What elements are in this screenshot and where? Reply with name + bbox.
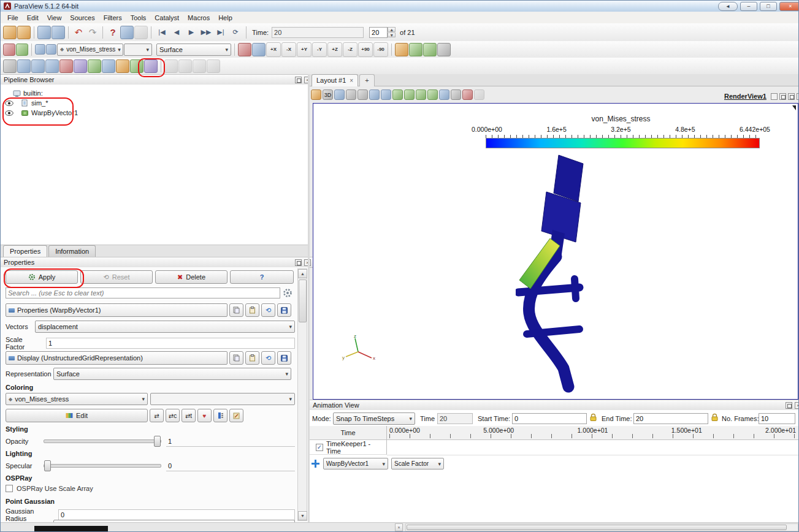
open-file-icon[interactable]: [3, 26, 17, 39]
select-blocks-icon[interactable]: [439, 89, 449, 100]
set-view-direction-button[interactable]: +X: [266, 42, 281, 57]
timekeeper-row[interactable]: ✓ TimeKeeper1 - Time: [310, 440, 387, 455]
component-combo[interactable]: ▾: [124, 44, 152, 56]
float-dock-icon[interactable]: [295, 259, 302, 266]
restore-display-defaults-icon[interactable]: ⟲: [261, 351, 275, 365]
close-tab-icon[interactable]: ×: [350, 77, 353, 84]
pick-center-icon[interactable]: [423, 43, 437, 56]
scroll-thumb[interactable]: [299, 279, 307, 322]
reset-center-icon[interactable]: [437, 43, 451, 56]
connect-server-icon[interactable]: [37, 26, 51, 39]
paste-properties-icon[interactable]: [245, 303, 259, 317]
lock-start-icon[interactable]: [589, 413, 597, 422]
zoom-to-data-icon[interactable]: [252, 43, 266, 56]
tab-properties[interactable]: Properties: [3, 245, 47, 257]
edit-color-map-button[interactable]: Edit: [6, 409, 148, 422]
edit-legend-properties-button[interactable]: [229, 409, 243, 422]
color-legend-toggle-icon[interactable]: [16, 44, 28, 56]
gear-icon[interactable]: [283, 288, 292, 298]
scroll-up-icon[interactable]: ▲: [298, 269, 307, 278]
select-cells-on-icon[interactable]: [346, 89, 356, 100]
show-orientation-axes-icon[interactable]: [395, 43, 408, 56]
plot-over-line-icon[interactable]: [178, 59, 192, 73]
properties-section-header[interactable]: Properties (WarpByVector1): [6, 303, 227, 317]
split-vertical-icon[interactable]: [788, 93, 795, 100]
visibility-eye-icon[interactable]: [4, 101, 13, 106]
filter-extract-group-icon[interactable]: [144, 59, 158, 73]
track-property-combo[interactable]: Scale Factor ▾: [391, 458, 444, 469]
visibility-eye-icon[interactable]: [4, 110, 13, 116]
hover-points-icon[interactable]: [427, 89, 438, 100]
filter-contour-icon[interactable]: [17, 59, 31, 73]
split-horizontal-icon[interactable]: [779, 93, 786, 100]
filter-extract-subset-icon[interactable]: [74, 59, 87, 73]
maximize-button[interactable]: □: [760, 2, 777, 11]
save-display-defaults-icon[interactable]: [277, 351, 291, 365]
rescale-custom-range-icon[interactable]: [46, 44, 56, 55]
frame-down-icon[interactable]: ▼: [388, 32, 396, 37]
minimize-button[interactable]: –: [740, 2, 757, 11]
hscroll-thumb[interactable]: [407, 525, 787, 530]
menu-item[interactable]: Filters: [99, 13, 126, 23]
close-view-icon[interactable]: ×: [797, 93, 799, 100]
opacity-input[interactable]: [166, 436, 295, 447]
tab-information[interactable]: Information: [48, 245, 96, 257]
filter-warp-by-vector-icon[interactable]: [116, 59, 129, 73]
anim-mode-combo[interactable]: Snap To TimeSteps ▾: [333, 412, 415, 425]
filter-clip-icon[interactable]: [31, 59, 45, 73]
warped-geometry[interactable]: [516, 153, 608, 398]
color-legend-bar[interactable]: [486, 138, 760, 148]
interactive-select-points-icon[interactable]: [404, 89, 415, 100]
filter-calculator-icon[interactable]: [3, 59, 17, 73]
spreadsheet-view-icon[interactable]: [164, 59, 178, 73]
timekeeper-checkbox[interactable]: ✓: [316, 444, 323, 451]
close-button[interactable]: ×: [779, 2, 799, 11]
interaction-mode-icon[interactable]: [311, 89, 321, 100]
set-view-direction-button[interactable]: -Y: [312, 42, 327, 57]
specular-slider[interactable]: [44, 464, 161, 468]
horizontal-scrollbar[interactable]: [405, 523, 798, 531]
representation-combo[interactable]: Surface ▾: [156, 44, 231, 56]
zoom-to-box-icon[interactable]: [451, 89, 461, 100]
redo-icon[interactable]: ↷: [86, 26, 99, 39]
specular-input[interactable]: [166, 460, 295, 471]
clear-selection-icon[interactable]: [462, 89, 473, 100]
specular-slider-handle[interactable]: [44, 460, 51, 471]
show-color-legend-button[interactable]: [213, 409, 227, 422]
adjust-camera-icon[interactable]: [334, 89, 345, 100]
menu-item[interactable]: Tools: [126, 13, 151, 23]
delete-view-icon[interactable]: [474, 89, 484, 100]
vcr-button[interactable]: ▶|: [213, 26, 228, 39]
restore-defaults-icon[interactable]: ⟲: [261, 303, 275, 317]
vcr-button[interactable]: ◀: [169, 26, 184, 39]
frame-input[interactable]: [369, 27, 388, 38]
add-layout-tab[interactable]: +: [359, 74, 374, 86]
float-dock-icon[interactable]: [295, 77, 302, 83]
rescale-data-range-icon[interactable]: [35, 44, 45, 55]
disconnect-server-icon[interactable]: [52, 26, 65, 39]
set-view-direction-button[interactable]: +Y: [297, 42, 312, 57]
camera-redo-icon[interactable]: [134, 26, 148, 39]
vectors-combo[interactable]: displacement ▾: [35, 321, 295, 333]
filter-group-datasets-icon[interactable]: [130, 59, 143, 73]
rescale-to-data-range-button[interactable]: ⇄: [150, 409, 164, 422]
close-dock-icon[interactable]: ×: [795, 402, 799, 409]
menu-item[interactable]: Edit: [23, 13, 43, 23]
color-map-icon[interactable]: [3, 44, 15, 56]
menu-item[interactable]: Help: [214, 13, 237, 23]
save-data-icon[interactable]: [17, 26, 31, 39]
undo-icon[interactable]: ↶: [72, 26, 85, 39]
titlebar-back-button[interactable]: ◄: [718, 2, 738, 11]
select-points-on-icon[interactable]: [357, 89, 368, 100]
select-points-through-icon[interactable]: [381, 89, 391, 100]
set-view-direction-button[interactable]: -X: [281, 42, 296, 57]
timekeeper-track[interactable]: [387, 440, 798, 455]
display-section-header[interactable]: Display (UnstructuredGridRepresentation): [6, 351, 227, 365]
histogram-icon[interactable]: [207, 59, 220, 73]
select-cells-through-icon[interactable]: [369, 89, 380, 100]
scroll-down-icon[interactable]: ▼: [298, 511, 307, 520]
float-dock-icon[interactable]: [786, 402, 792, 409]
coloring-component-combo[interactable]: ▾: [150, 393, 295, 405]
help-icon[interactable]: ?: [106, 26, 120, 39]
copy-properties-icon[interactable]: [229, 303, 243, 317]
